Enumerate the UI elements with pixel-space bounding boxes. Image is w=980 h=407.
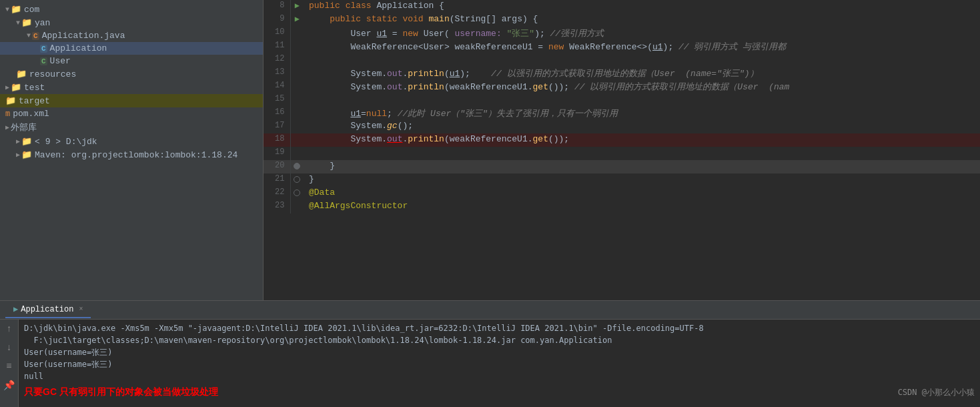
line-content-14: System.out.println(weakReferenceU1.get()…: [304, 80, 980, 93]
line-content-18: System.out.println(weakReferenceU1.get()…: [304, 133, 980, 147]
line-num-9: 9: [264, 13, 290, 27]
code-line-20: 20 }: [264, 160, 980, 173]
sidebar-label-external: 外部库: [11, 121, 37, 133]
sidebar-item-external-libs[interactable]: ▶ 外部库: [0, 120, 263, 135]
code-line-22: 22 @Data: [264, 187, 980, 200]
tab-label-application: Application: [21, 305, 73, 314]
arrow-yan: ▼: [16, 19, 20, 27]
code-line-14: 14 System.out.println(weakReferenceU1.ge…: [264, 80, 980, 93]
code-line-18: 18 System.out.println(weakReferenceU1.ge…: [264, 133, 980, 147]
code-line-17: 17 System.gc();: [264, 120, 980, 133]
code-line-16: 16 u1=null; //此时 User（"张三"）失去了强引用，只有一个弱引…: [264, 107, 980, 120]
sidebar-item-maven-lombok[interactable]: ▶ 📁 Maven: org.projectlombok:lombok:1.18…: [0, 148, 263, 161]
sidebar-item-pom[interactable]: m pom.xml: [0, 107, 263, 120]
sidebar-item-yan[interactable]: ▼ 📁 yan: [0, 16, 263, 29]
console-highlight-text: 只要GC 只有弱引用下的对象会被当做垃圾处理: [24, 385, 218, 399]
arrow-maven: ▶: [16, 151, 20, 159]
sidebar-item-target[interactable]: 📁 target: [0, 94, 263, 107]
tab-application[interactable]: ▶ Application ×: [5, 302, 91, 318]
line-arrow-20: [290, 160, 304, 173]
line-arrow-14: [290, 80, 304, 93]
sidebar-item-test[interactable]: ▶ 📁 test: [0, 81, 263, 94]
code-line-23: 23 @AllArgsConstructor: [264, 200, 980, 214]
line-content-15: [304, 93, 980, 107]
line-content-11: WeakReference<User> weakReferenceU1 = ne…: [304, 40, 980, 53]
line-arrow-15: [290, 93, 304, 107]
line-arrow-9: ▶: [290, 13, 304, 27]
bottom-panel: ▶ Application × ↑ ↓ ≡ 📌 D:\jdk\bin\java.…: [0, 300, 980, 407]
line-arrow-13: [290, 67, 304, 80]
sidebar-label-target: target: [19, 96, 50, 106]
sidebar-item-application-java[interactable]: ▼ C Application.java: [0, 29, 263, 42]
sidebar-label-pom: pom.xml: [13, 109, 49, 119]
line-arrow-22: [290, 187, 304, 200]
line-content-16: u1=null; //此时 User（"张三"）失去了强引用，只有一个弱引用: [304, 107, 980, 120]
line-content-12: [304, 53, 980, 67]
line-arrow-17: [290, 120, 304, 133]
bottom-tabs: ▶ Application ×: [0, 301, 980, 320]
sidebar-label-yan: yan: [35, 18, 50, 28]
console-line-output3: null: [24, 370, 975, 382]
code-line-15: 15: [264, 93, 980, 107]
line-num-15: 15: [264, 93, 290, 107]
sidebar-item-user[interactable]: C User: [0, 55, 263, 67]
tab-icon-run: ▶: [13, 304, 18, 314]
sidebar-label-com: com: [24, 5, 39, 15]
bottom-side-icons: ↑ ↓ ≡ 📌: [0, 320, 19, 407]
scroll-down-icon[interactable]: ↓: [3, 341, 16, 354]
line-num-17: 17: [264, 120, 290, 133]
line-content-9: public static void main(String[] args) {: [304, 13, 980, 27]
line-arrow-18: [290, 133, 304, 147]
sidebar: ▼ 📁 com ▼ 📁 yan ▼ C Application.java C A…: [0, 0, 264, 300]
line-content-22: @Data: [304, 187, 980, 200]
sidebar-label-maven-lombok: Maven: org.projectlombok:lombok:1.18.24: [35, 150, 237, 160]
line-content-13: System.out.println(u1); // 以强引用的方式获取引用地址…: [304, 67, 980, 80]
sidebar-item-resources[interactable]: 📁 resources: [0, 67, 263, 81]
line-arrow-12: [290, 53, 304, 67]
line-content-8: public class Application {: [304, 0, 980, 13]
sidebar-item-application-class[interactable]: C Application: [0, 42, 263, 55]
tab-close-button[interactable]: ×: [79, 306, 83, 313]
line-content-17: System.gc();: [304, 120, 980, 133]
filter-icon[interactable]: ≡: [3, 360, 16, 373]
sidebar-label-jdk: < 9 > D:\jdk: [35, 137, 97, 147]
code-line-11: 11 WeakReference<User> weakReferenceU1 =…: [264, 40, 980, 53]
code-table: 8 ▶ public class Application { 9 ▶ publi…: [264, 0, 980, 214]
code-line-10: 10 User u1 = new User( username: "张三"); …: [264, 27, 980, 40]
code-line-19: 19: [264, 147, 980, 160]
class-icon-application: C: [40, 45, 47, 53]
sidebar-label-test: test: [24, 83, 45, 93]
pin-icon[interactable]: 📌: [3, 378, 16, 392]
class-icon-user: C: [40, 57, 47, 65]
line-num-20: 20: [264, 160, 290, 173]
sidebar-label-application: Application: [50, 43, 107, 53]
line-num-19: 19: [264, 147, 290, 160]
line-content-20: }: [304, 160, 980, 173]
line-num-11: 11: [264, 40, 290, 53]
code-line-9: 9 ▶ public static void main(String[] arg…: [264, 13, 980, 27]
line-content-23: @AllArgsConstructor: [304, 200, 980, 214]
line-num-23: 23: [264, 200, 290, 214]
code-line-8: 8 ▶ public class Application {: [264, 0, 980, 13]
line-num-22: 22: [264, 187, 290, 200]
line-num-10: 10: [264, 27, 290, 40]
code-line-13: 13 System.out.println(u1); // 以强引用的方式获取引…: [264, 67, 980, 80]
arrow-jdk: ▶: [16, 137, 20, 145]
console-line-cmd: D:\jdk\bin\java.exe -Xms5m -Xmx5m "-java…: [24, 322, 975, 334]
sidebar-item-com[interactable]: ▼ 📁 com: [0, 3, 263, 16]
line-content-10: User u1 = new User( username: "张三"); //强…: [304, 27, 980, 40]
console-line-output1: User(username=张三): [24, 346, 975, 358]
sidebar-label-resources: resources: [29, 69, 76, 79]
line-arrow-19: [290, 147, 304, 160]
line-num-18: 18: [264, 133, 290, 147]
java-file-icon: C: [32, 32, 39, 40]
xml-icon-pom: m: [5, 109, 10, 119]
console-output: D:\jdk\bin\java.exe -Xms5m -Xmx5m "-java…: [19, 320, 980, 407]
scroll-up-icon[interactable]: ↑: [3, 322, 16, 336]
csdn-credit: CSDN @小那么小小猿: [898, 386, 975, 398]
line-num-16: 16: [264, 107, 290, 120]
sidebar-label-user: User: [50, 56, 71, 66]
sidebar-item-jdk[interactable]: ▶ 📁 < 9 > D:\jdk: [0, 135, 263, 148]
bottom-content: ↑ ↓ ≡ 📌 D:\jdk\bin\java.exe -Xms5m -Xmx5…: [0, 320, 980, 407]
code-editor[interactable]: 8 ▶ public class Application { 9 ▶ publi…: [264, 0, 980, 300]
